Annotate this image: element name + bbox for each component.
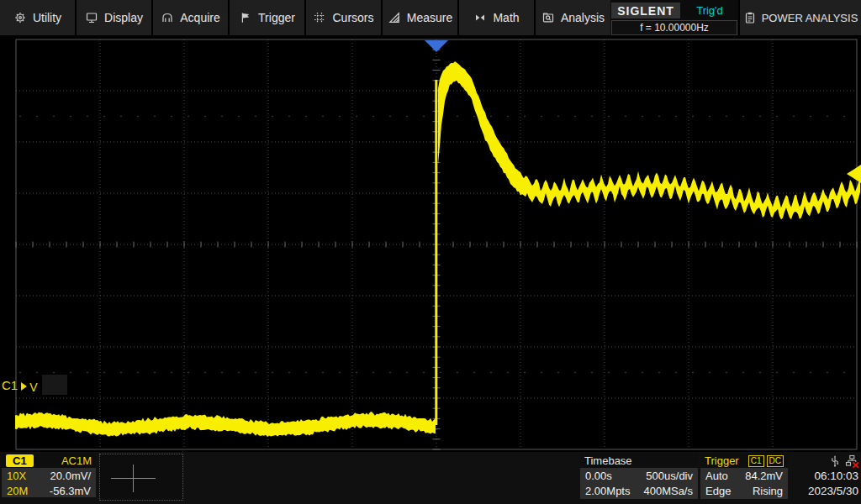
display-icon [85,11,98,24]
clipboard-icon [743,11,757,24]
trigger-box[interactable]: Trigger C1 DC Auto 84.2mV Edge Rising [700,454,788,499]
empty-channel-slot[interactable] [99,454,183,501]
menu-item-math[interactable]: Math [459,0,534,35]
channel-probe: 10X [7,470,26,482]
timebase-sample-rate: 400MSa/s [643,485,693,497]
menu-item-analysis[interactable]: Analysis [536,0,610,35]
trigger-source-badges: C1 DC [746,455,784,467]
menu-item-trigger[interactable]: Trigger [230,0,304,35]
timebase-box[interactable]: Timebase 0.00s 500us/div 2.00Mpts 400MSa… [580,454,698,499]
power-analysis-button[interactable]: POWER ANALYSIS [740,0,861,35]
gear-icon [13,11,27,24]
trigger-mode: Auto [705,470,728,482]
channel-bandwidth: 20M [7,485,28,497]
system-icons [828,454,859,468]
timebase-memory: 2.00Mpts [585,485,630,497]
cursors-icon [313,11,326,24]
trigger-coupling-badge: DC [767,455,784,467]
channel-box-header: C1 AC1M [2,454,96,468]
flag-icon [239,11,252,24]
channel-box-row: 20M -56.3mV [2,483,96,498]
system-info: 06:10:03 2023/5/30 [799,452,861,504]
menu-bar: Utility Display Acquire Trigger Cur [0,0,861,35]
channel-offset-value: -56.3mV [50,485,91,497]
trigger-slope: Rising [753,485,783,497]
trigger-status-cluster: SIGLENT Trig'd f = 10.00000Hz [610,0,738,35]
channel-offset-marker-bg [42,375,67,395]
menu-item-acquire[interactable]: Acquire [153,0,228,35]
timebase-row: 2.00Mpts 400MSa/s [580,483,698,498]
menu-item-label: Utility [33,11,61,24]
menu-item-utility[interactable]: Utility [0,0,75,35]
menu-item-label: Cursors [332,11,373,24]
trigger-state-indicator: Trig'd [684,3,735,18]
oscilloscope-ui: Utility Display Acquire Trigger Cur [0,0,861,504]
channel-scale: 20.0mV/ [50,470,91,482]
channel-offset-marker[interactable]: C1 V [2,375,38,395]
menu-item-label: Math [493,11,519,24]
waveform-display: C1 V [0,37,861,452]
channel-descriptor-box[interactable]: C1 AC1M 10X 20.0mV/ 20M -56.3mV [2,454,96,497]
menu-item-label: Trigger [258,11,295,24]
timebase-row: 0.00s 500us/div [580,468,698,483]
menu-item-label: Display [104,11,143,24]
brand-logo: SIGLENT [611,3,680,18]
scope-graticule-and-trace [0,37,861,452]
trigger-title: Trigger [705,454,739,467]
math-icon [473,11,487,24]
timebase-scale: 500us/div [646,470,693,482]
trigger-level-marker[interactable] [847,165,861,183]
menu-item-cursors[interactable]: Cursors [306,0,381,35]
channel-unit-label: V [29,381,37,394]
clock-time: 06:10:03 [814,470,858,482]
channel-badge[interactable]: C1 [6,454,34,467]
timebase-title: Timebase [584,454,632,467]
channel-box-row: 10X 20.0mV/ [2,468,96,483]
trigger-type: Edge [705,485,731,497]
lan-disconnected-icon[interactable] [845,454,859,468]
channel-coupling: AC1M [61,454,92,467]
timebase-header: Timebase [580,454,698,468]
power-analysis-label: POWER ANALYSIS [762,12,858,24]
timebase-delay: 0.00s [585,470,612,482]
trigger-row: Edge Rising [700,483,788,498]
frequency-counter: f = 10.00000Hz [611,20,737,35]
menu-item-label: Measure [407,11,452,24]
slot-cross-icon [133,465,134,492]
usb-icon[interactable] [828,454,842,468]
menu-item-display[interactable]: Display [77,0,151,35]
menu-item-label: Acquire [180,11,219,24]
menu-item-measure[interactable]: Measure [383,0,457,35]
trigger-level: 84.2mV [745,470,783,482]
menu-item-label: Analysis [561,11,605,24]
channel-offset-label: C1 [2,378,18,392]
analysis-icon [541,11,555,24]
status-bar: C1 AC1M 10X 20.0mV/ 20M -56.3mV Timebase… [0,452,861,504]
acquire-icon [161,11,174,24]
channel-offset-arrow-icon [21,382,27,391]
trigger-row: Auto 84.2mV [700,468,788,483]
trigger-source-badge: C1 [748,455,764,467]
clock-date: 2023/5/30 [808,485,858,497]
trigger-position-marker[interactable] [425,40,448,52]
measure-icon [388,11,401,24]
trigger-header: Trigger C1 DC [700,454,788,468]
